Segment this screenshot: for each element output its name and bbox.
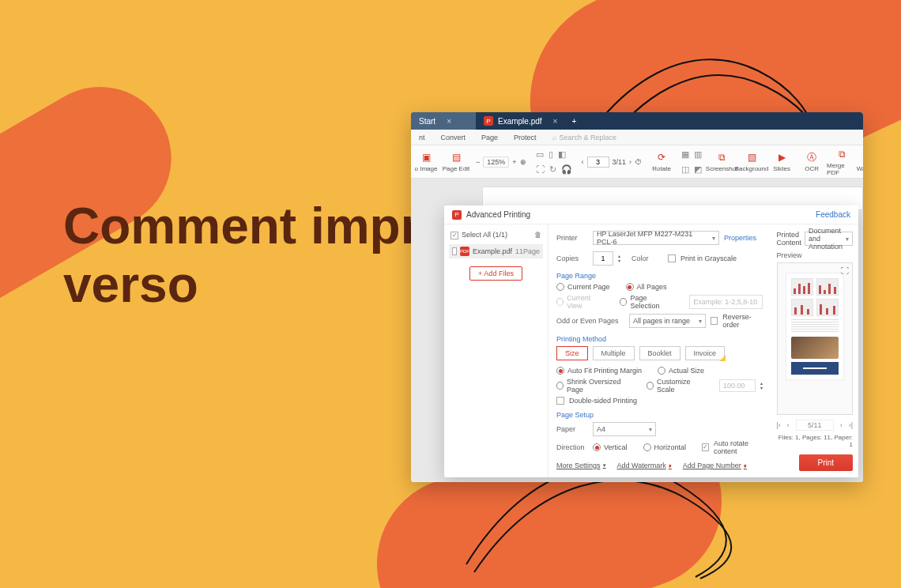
grayscale-checkbox[interactable] (668, 254, 676, 262)
rotate-icon: ⟳ (655, 151, 668, 164)
chevron-down-icon: ▾ (712, 235, 715, 242)
ribbon-toolbar: ▣o Image ▤Page Edit − 125% + ⊕ ▭▯◧ ⛶↻🎧 ‹… (411, 145, 863, 179)
tool-icon[interactable]: ⛶ (536, 164, 545, 175)
tool-icon[interactable]: ◧ (558, 149, 566, 160)
tool-slides[interactable]: ▶Slides (767, 151, 797, 172)
double-sided-checkbox[interactable] (556, 397, 564, 405)
menu-item[interactable]: nt (411, 134, 433, 141)
file-pages: 11Page (515, 247, 540, 255)
preview-chart (791, 299, 813, 316)
tab-label: Start (419, 117, 435, 126)
tool-icon[interactable]: ▭ (536, 149, 544, 160)
actual-size-radio[interactable]: Actual Size (658, 367, 704, 375)
close-icon[interactable]: × (447, 117, 451, 126)
badge-icon (719, 355, 726, 361)
method-booklet-button[interactable]: Booklet (639, 346, 680, 360)
last-page-icon[interactable]: ›| (849, 421, 853, 429)
copies-spinner[interactable]: ▴▾ (618, 254, 620, 263)
chevron-down-icon: ▾ (649, 426, 652, 433)
zoom-in-icon[interactable]: + (512, 158, 516, 166)
crown-icon: ♦ (669, 462, 672, 469)
odd-even-select[interactable]: All pages in range▾ (629, 314, 706, 328)
search-replace-input[interactable]: Search & Replace (545, 134, 863, 141)
reverse-order-label: Reverse-order (722, 313, 762, 329)
copies-input[interactable] (593, 251, 613, 266)
page-setup-title: Page Setup (556, 411, 763, 419)
page-total: 3/11 (613, 158, 627, 166)
tool-icon[interactable]: ▥ (694, 149, 702, 160)
tool-rotate[interactable]: ⟳Rotate (647, 151, 677, 172)
tool-icon[interactable]: ▯ (549, 149, 553, 160)
prev-page-icon[interactable]: ‹ (787, 421, 790, 429)
method-multiple-button[interactable]: Multiple (593, 346, 635, 360)
tool-background[interactable]: ▧Background (737, 151, 767, 172)
trash-icon[interactable]: 🗑 (534, 231, 541, 239)
method-size-button[interactable]: Size (556, 346, 588, 360)
next-page-icon[interactable]: › (629, 158, 631, 166)
add-page-number-link[interactable]: Add Page Number ♦ (683, 462, 747, 469)
select-all-checkbox[interactable]: ✓ (450, 232, 458, 239)
reverse-order-checkbox[interactable] (711, 317, 718, 325)
prev-page-icon[interactable]: ‹ (582, 158, 584, 166)
zoom-value[interactable]: 125% (483, 156, 509, 168)
more-settings-link[interactable]: More Settings ▾ (556, 462, 606, 469)
custom-scale-radio[interactable]: Customize Scale (647, 378, 703, 394)
tool-icon[interactable]: ◫ (681, 164, 689, 175)
pager-value[interactable]: 5/11 (796, 420, 834, 431)
autofit-radio[interactable]: Auto Fit Printing Margin (556, 367, 642, 375)
new-tab-button[interactable]: + (565, 112, 582, 130)
tab-start[interactable]: Start × (411, 112, 476, 130)
slides-icon: ▶ (775, 151, 788, 164)
menu-item[interactable]: Protect (506, 134, 545, 141)
current-page-radio[interactable]: Current Page (556, 283, 610, 291)
tool-watermark[interactable]: ◈Watermark (857, 151, 863, 172)
tool-image[interactable]: ▣o Image (411, 151, 441, 172)
next-page-icon[interactable]: › (840, 421, 843, 429)
tool-ocr[interactable]: ⒶOCR (797, 151, 827, 172)
printer-value: HP LaserJet MFP M227-M231 PCL-6 (597, 230, 709, 246)
odd-even-label: Odd or Even Pages (556, 317, 624, 325)
paper-select[interactable]: A4▾ (593, 422, 656, 436)
method-invoice-button[interactable]: Invoice (685, 346, 726, 360)
menu-item[interactable]: Page (473, 134, 506, 141)
tool-icon[interactable]: ↻ (549, 164, 556, 175)
vertical-radio[interactable]: Vertical (593, 443, 628, 451)
add-files-button[interactable]: + Add Files (469, 266, 522, 281)
tool-screenshot[interactable]: ⧉Screenshot (707, 151, 737, 172)
advanced-printing-dialog: P Advanced Printing Feedback ✓Select All… (444, 205, 858, 477)
properties-link[interactable]: Properties (724, 234, 756, 242)
tool-icon[interactable]: ▦ (681, 149, 689, 160)
tool-icon[interactable]: ◩ (694, 164, 702, 175)
printed-content-select[interactable]: Document and Annotation▾ (805, 232, 853, 246)
shrink-radio[interactable]: Shrink Oversized Page (556, 378, 631, 394)
zoom-controls[interactable]: − 125% + ⊕ (471, 156, 531, 168)
page-selection-radio[interactable]: Page Selection (620, 294, 673, 310)
scale-input[interactable]: 100.00 (719, 379, 755, 392)
tab-document[interactable]: P Example.pdf × (476, 112, 565, 130)
page-range-input[interactable]: Example: 1-2,5,8-10 (689, 295, 762, 309)
preview-chart (791, 278, 813, 296)
print-button[interactable]: Print (799, 454, 854, 471)
file-row[interactable]: PDF Example.pdf 11Page (449, 244, 543, 258)
all-pages-radio[interactable]: All Pages (626, 283, 667, 291)
first-page-icon[interactable]: |‹ (777, 421, 781, 429)
add-watermark-link[interactable]: Add Watermark ♦ (617, 462, 672, 469)
clock-icon[interactable]: ⏱ (635, 158, 642, 166)
close-icon[interactable]: × (553, 117, 558, 126)
tool-merge[interactable]: ⧉Merge PDF (827, 148, 857, 176)
tool-page-edit[interactable]: ▤Page Edit (441, 151, 471, 172)
page-input[interactable] (587, 156, 609, 168)
horizontal-radio[interactable]: Horizontal (643, 443, 687, 451)
menu-item[interactable]: Convert (433, 134, 474, 141)
printer-select[interactable]: HP LaserJet MFP M227-M231 PCL-6▾ (593, 231, 719, 245)
pdf-icon: PDF (460, 247, 469, 256)
fit-icon[interactable]: ⊕ (520, 158, 526, 166)
direction-label: Direction (556, 443, 588, 451)
crown-icon: ♦ (744, 462, 747, 469)
file-checkbox[interactable] (452, 247, 457, 255)
zoom-out-icon[interactable]: − (476, 158, 480, 166)
feedback-link[interactable]: Feedback (816, 210, 850, 219)
autorotate-checkbox[interactable] (702, 443, 709, 451)
scale-spinner[interactable]: ▴▾ (760, 381, 763, 390)
tool-icon[interactable]: 🎧 (561, 164, 572, 175)
